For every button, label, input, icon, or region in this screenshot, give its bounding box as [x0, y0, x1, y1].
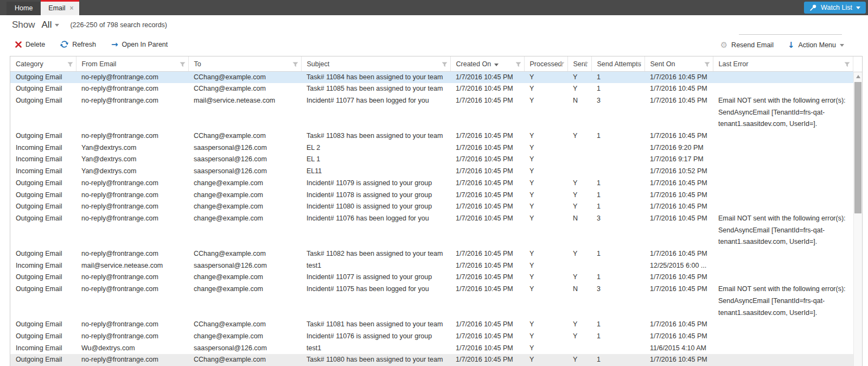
table-row[interactable]: Outgoing Emailno-reply@frontrange.commai… — [10, 95, 853, 130]
filter-icon[interactable] — [844, 61, 850, 69]
column-header-processed[interactable]: Processed — [524, 56, 567, 71]
table-row[interactable]: Outgoing Emailno-reply@frontrange.comcha… — [10, 178, 853, 190]
table-header-row: CategoryFrom EmailToSubjectCreated OnPro… — [10, 56, 853, 71]
filter-icon[interactable] — [559, 61, 565, 69]
table-row[interactable]: Outgoing Emailno-reply@frontrange.comCCh… — [10, 83, 853, 95]
cell-from-email: no-reply@frontrange.com — [76, 71, 188, 83]
filter-icon[interactable] — [704, 61, 710, 69]
cell-last-error — [713, 248, 853, 260]
table-row[interactable]: Incoming EmailWu@dextrys.comsaaspersonal… — [10, 343, 853, 355]
cell-processed: Y — [524, 283, 567, 319]
cell-to: CChang@example.com — [188, 319, 301, 331]
cell-to: saaspersonal@126.com — [188, 142, 301, 154]
table-row[interactable]: Outgoing Emailno-reply@frontrange.comcha… — [10, 201, 853, 213]
cell-category: Incoming Email — [10, 142, 76, 154]
cell-category: Incoming Email — [10, 166, 76, 178]
filter-icon[interactable] — [515, 61, 521, 69]
delete-button[interactable]: Delete — [15, 40, 45, 48]
table-row[interactable]: Outgoing Emailno-reply@frontrange.comCCh… — [10, 71, 853, 83]
table-row[interactable]: Outgoing Emailno-reply@frontrange.comcha… — [10, 272, 853, 283]
cell-sent-on: 1/7/2016 10:45 PM — [644, 190, 713, 201]
table-row[interactable]: Incoming EmailYan@dextrys.comsaaspersona… — [10, 142, 853, 154]
cell-category: Outgoing Email — [10, 130, 76, 142]
filter-icon[interactable] — [180, 61, 186, 69]
table-row[interactable]: Outgoing Emailno-reply@frontrange.comCCh… — [10, 130, 853, 142]
delete-x-icon — [15, 41, 22, 48]
cell-sent-on: 11/6/2015 4:10 AM — [644, 343, 713, 355]
cell-category: Outgoing Email — [10, 83, 76, 95]
cell-category: Incoming Email — [10, 154, 76, 166]
table-row[interactable]: Outgoing Emailno-reply@frontrange.comCCh… — [10, 248, 853, 260]
resend-email-button[interactable]: ⚙ Resend Email — [720, 40, 774, 50]
cell-sent: Y — [567, 319, 591, 331]
filter-icon[interactable] — [67, 61, 73, 69]
column-label: Category — [16, 60, 43, 68]
cell-from-email: Yan@dextrys.com — [76, 142, 188, 154]
column-header-from-email[interactable]: From Email — [76, 56, 188, 71]
table-row[interactable]: Outgoing Emailno-reply@frontrange.comCCh… — [10, 319, 853, 331]
open-in-parent-button[interactable]: → Open In Parent — [111, 40, 168, 48]
cell-sent — [567, 343, 591, 355]
table-row[interactable]: Outgoing Emailno-reply@frontrange.comcha… — [10, 213, 853, 248]
cell-created-on: 1/7/2016 10:45 PM — [450, 283, 524, 319]
refresh-button[interactable]: Refresh — [60, 40, 96, 48]
cell-processed: Y — [524, 190, 567, 201]
cell-from-email: Yan@dextrys.com — [76, 154, 188, 166]
action-menu-button[interactable]: ↓ Action Menu — [788, 40, 844, 50]
watch-list-button[interactable]: Watch List — [804, 2, 866, 14]
table-row[interactable]: Outgoing Emailno-reply@frontrange.comcha… — [10, 331, 853, 343]
cell-created-on: 1/7/2016 10:45 PM — [450, 178, 524, 190]
scrollbar-thumb[interactable] — [854, 82, 861, 213]
cell-from-email: mail@service.netease.com — [76, 260, 188, 272]
cell-sent: Y — [567, 201, 591, 213]
cell-from-email: no-reply@frontrange.com — [76, 178, 188, 190]
cell-created-on: 1/7/2016 10:45 PM — [450, 71, 524, 83]
cell-sent-on: 1/7/2016 10:45 PM — [644, 319, 713, 331]
table-row[interactable]: Incoming EmailYan@dextrys.comsaaspersona… — [10, 166, 853, 178]
filter-icon[interactable] — [292, 61, 298, 69]
column-header-last-error[interactable]: Last Error — [713, 56, 853, 71]
tab-email[interactable]: Email× — [41, 0, 79, 15]
table-row[interactable]: Outgoing Emailno-reply@frontrange.comCCh… — [10, 354, 853, 366]
cell-send-attempts — [591, 260, 644, 272]
cell-to: CChang@example.com — [188, 248, 301, 260]
tab-home[interactable]: Home — [7, 2, 41, 15]
column-header-subject[interactable]: Subject — [301, 56, 450, 71]
cell-from-email: no-reply@frontrange.com — [76, 319, 188, 331]
cell-sent — [567, 154, 591, 166]
table-row[interactable]: Outgoing Emailno-reply@frontrange.comcha… — [10, 190, 853, 201]
table-row[interactable]: Incoming Emailmail@service.netease.comsa… — [10, 260, 853, 272]
cell-created-on: 1/7/2016 10:45 PM — [450, 154, 524, 166]
cell-sent-on: 1/7/2016 10:45 PM — [644, 178, 713, 190]
cell-created-on: 1/7/2016 10:45 PM — [450, 213, 524, 248]
cell-subject: Incident# 11075 has been logged for you — [301, 283, 450, 319]
column-header-sent-on[interactable]: Sent On — [644, 56, 713, 71]
column-header-category[interactable]: Category — [10, 56, 76, 71]
vertical-scrollbar[interactable] — [853, 72, 862, 366]
close-icon[interactable]: × — [70, 4, 74, 12]
cell-subject: Task# 11081 has been assigned to your te… — [301, 319, 450, 331]
cell-created-on: 1/7/2016 10:45 PM — [450, 166, 524, 178]
cell-sent-on: 1/7/2016 10:45 PM — [644, 248, 713, 260]
cell-last-error — [713, 190, 853, 201]
cell-send-attempts — [591, 154, 644, 166]
scroll-up-icon[interactable] — [856, 75, 860, 78]
table-row[interactable]: Incoming EmailYan@dextrys.comsaaspersona… — [10, 154, 853, 166]
filter-icon[interactable] — [442, 61, 448, 69]
column-header-to[interactable]: To — [188, 56, 301, 71]
cell-last-error — [713, 201, 853, 213]
column-header-send-attempts[interactable]: Send Attempts — [591, 56, 644, 71]
cell-to: change@example.com — [188, 190, 301, 201]
cell-last-error: Email NOT sent with the following error(… — [713, 283, 853, 319]
show-filter-dropdown[interactable]: All — [42, 20, 60, 30]
cell-created-on: 1/7/2016 10:45 PM — [450, 354, 524, 366]
cell-sent-on: 1/7/2016 10:45 PM — [644, 354, 713, 366]
filter-icon[interactable] — [636, 61, 642, 69]
filter-icon[interactable] — [583, 61, 589, 69]
cell-send-attempts: 3 — [591, 213, 644, 248]
cell-processed: Y — [524, 71, 567, 83]
cell-last-error — [713, 260, 853, 272]
column-header-sent[interactable]: Sent — [567, 56, 591, 71]
column-header-created-on[interactable]: Created On — [450, 56, 524, 71]
table-row[interactable]: Outgoing Emailno-reply@frontrange.comcha… — [10, 283, 853, 319]
